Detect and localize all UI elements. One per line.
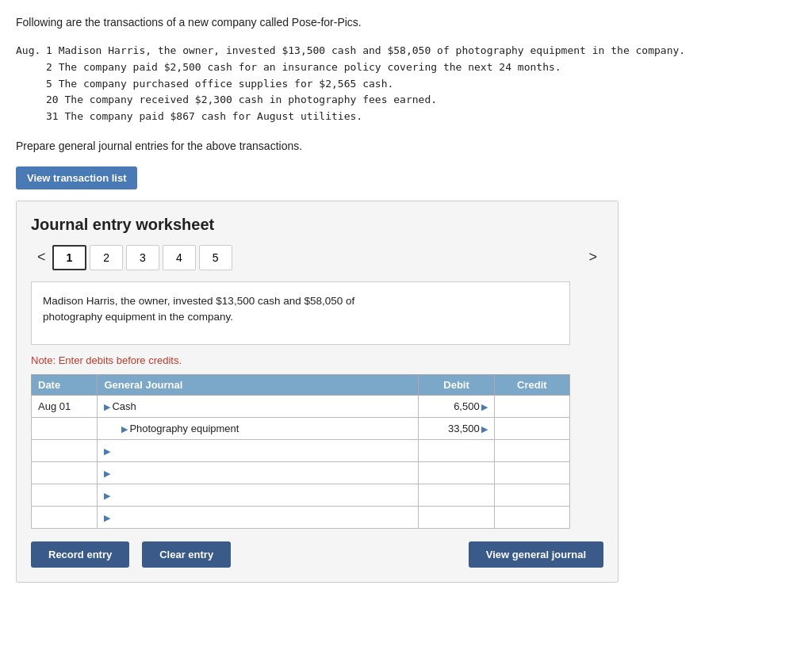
worksheet-title: Journal entry worksheet [31, 216, 603, 234]
cell-credit-4[interactable] [494, 484, 569, 506]
cell-credit-2[interactable] [494, 439, 569, 461]
cell-gj-5[interactable]: ▶ [98, 506, 419, 528]
cell-date-0[interactable]: Aug 01 [32, 395, 98, 417]
triangle-icon: ▶ [104, 491, 110, 500]
transactions-block: Aug.1 Madison Harris, the owner, investe… [16, 43, 796, 125]
tab-1[interactable]: 1 [52, 245, 87, 270]
cell-gj-3[interactable]: ▶ [98, 461, 419, 484]
table-row: ▶ [32, 439, 570, 461]
transaction-line-1: 1 Madison Harris, the owner, invested $1… [46, 43, 685, 59]
table-row: ▶ [32, 506, 570, 528]
tab-5[interactable]: 5 [199, 245, 232, 270]
tab-2[interactable]: 2 [90, 245, 123, 270]
transaction-line-2: 2 The company paid $2,500 cash for an in… [46, 59, 685, 76]
table-row: ▶ [32, 461, 570, 484]
debit-triangle-icon: ▶ [481, 424, 488, 434]
month-label: Aug. [16, 43, 46, 59]
bottom-buttons: Record entry Clear entry View general jo… [31, 541, 603, 568]
tabs-container: 12345 [52, 245, 234, 270]
cell-debit-1[interactable]: 33,500▶ [419, 417, 494, 439]
cell-credit-0[interactable] [494, 395, 569, 417]
col-header-date: Date [32, 374, 98, 395]
record-entry-button[interactable]: Record entry [31, 541, 129, 568]
cell-debit-0[interactable]: 6,500▶ [419, 395, 494, 417]
transaction-line-3: 5 The company purchased office supplies … [46, 76, 685, 93]
triangle-icon: ▶ [104, 513, 110, 522]
cell-date-5[interactable] [32, 506, 98, 528]
prev-tab-arrow[interactable]: < [31, 246, 52, 269]
cell-gj-4[interactable]: ▶ [98, 484, 419, 506]
clear-entry-button[interactable]: Clear entry [142, 541, 231, 568]
cell-debit-3[interactable] [419, 461, 494, 484]
transaction-lines: 1 Madison Harris, the owner, invested $1… [46, 43, 685, 125]
col-header-gj: General Journal [98, 374, 419, 395]
tab-3[interactable]: 3 [126, 245, 159, 270]
triangle-icon: ▶ [121, 424, 128, 434]
journal-body: Aug 01▶Cash6,500▶▶Photography equipment3… [32, 395, 570, 528]
view-general-journal-button[interactable]: View general journal [469, 541, 603, 568]
view-transaction-button[interactable]: View transaction list [16, 166, 137, 189]
transaction-line-4: 20 The company received $2,300 cash in p… [46, 92, 685, 109]
cell-gj-2[interactable]: ▶ [98, 439, 419, 461]
cell-date-4[interactable] [32, 484, 98, 506]
cell-credit-3[interactable] [494, 461, 569, 484]
intro-text: Following are the transactions of a new … [16, 16, 796, 29]
worksheet-container: Journal entry worksheet < 12345 > Madiso… [16, 201, 619, 583]
table-row: ▶Photography equipment33,500▶ [32, 417, 570, 439]
triangle-icon: ▶ [104, 469, 110, 478]
cell-debit-4[interactable] [419, 484, 494, 506]
cell-debit-5[interactable] [419, 506, 494, 528]
prepare-text: Prepare general journal entries for the … [16, 140, 796, 152]
next-tab-arrow[interactable]: > [582, 246, 603, 269]
cell-date-1[interactable] [32, 417, 98, 439]
table-row: Aug 01▶Cash6,500▶ [32, 395, 570, 417]
transaction-description: Madison Harris, the owner, invested $13,… [31, 281, 570, 345]
cell-date-2[interactable] [32, 439, 98, 461]
debit-triangle-icon: ▶ [481, 402, 488, 411]
cell-date-3[interactable] [32, 461, 98, 484]
cell-credit-5[interactable] [494, 506, 569, 528]
transaction-line-5: 31 The company paid $867 cash for August… [46, 109, 685, 125]
col-header-debit: Debit [419, 374, 494, 395]
col-header-credit: Credit [494, 374, 569, 395]
cell-gj-0[interactable]: ▶Cash [98, 395, 419, 417]
tab-4[interactable]: 4 [163, 245, 196, 270]
triangle-icon: ▶ [104, 446, 110, 456]
table-row: ▶ [32, 484, 570, 506]
journal-table: Date General Journal Debit Credit Aug 01… [31, 374, 570, 529]
cell-credit-1[interactable] [494, 417, 569, 439]
note-text: Note: Enter debits before credits. [31, 354, 603, 366]
tab-row: < 12345 > [31, 245, 603, 270]
cell-debit-2[interactable] [419, 439, 494, 461]
triangle-icon: ▶ [104, 402, 110, 411]
cell-gj-1[interactable]: ▶Photography equipment [98, 417, 419, 439]
